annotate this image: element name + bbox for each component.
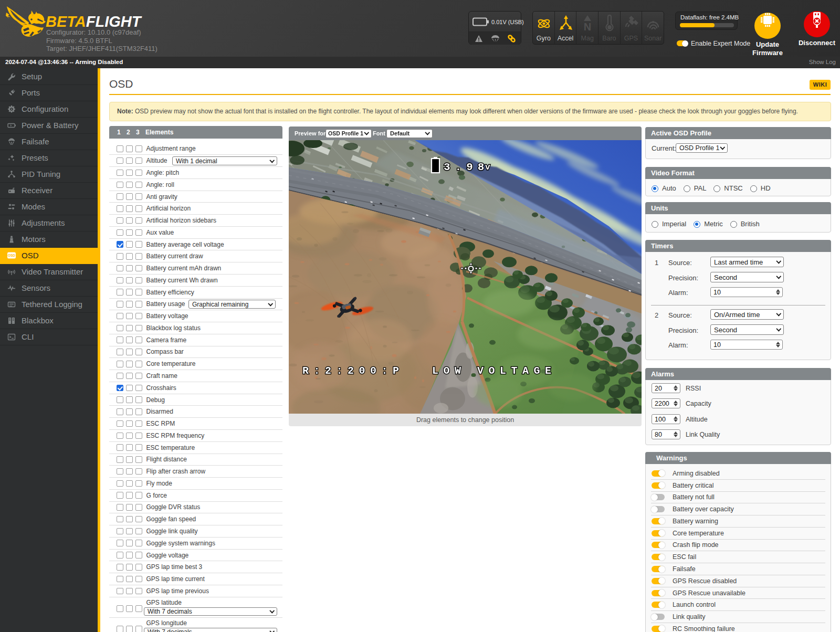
svg-text:LOW VOLTAGE: LOW VOLTAGE <box>432 365 556 377</box>
svg-text:N: N <box>584 21 591 33</box>
svg-text:3.98: 3.98 <box>444 161 489 173</box>
svg-text:R:2:200:P: R:2:200:P <box>302 365 404 377</box>
svg-text:OSD: OSD <box>8 254 15 257</box>
svg-text:v: v <box>485 163 490 172</box>
